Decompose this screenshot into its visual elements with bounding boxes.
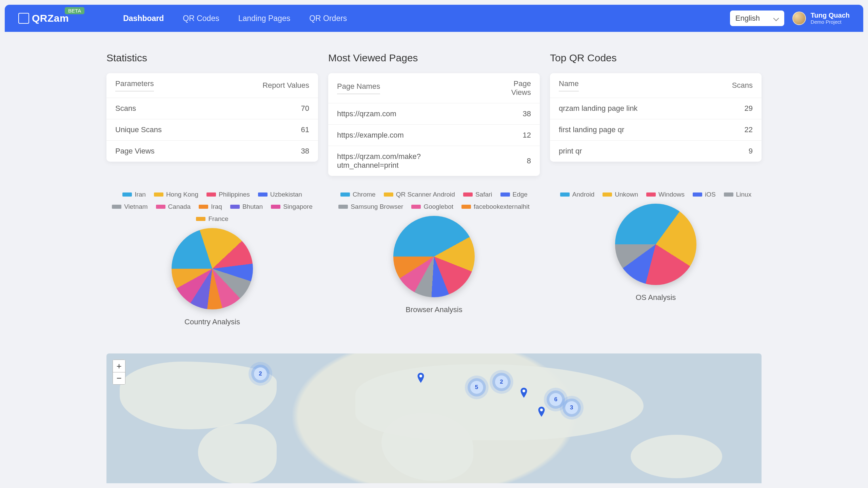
- os-chart: AndroidUnkownWindowsiOSLinux OS Analysis: [550, 191, 762, 326]
- zoom-in-button[interactable]: +: [113, 360, 125, 372]
- stats-col-value: Report Values: [212, 73, 318, 98]
- table-row: print qr9: [550, 141, 762, 162]
- map-cluster[interactable]: 2: [254, 367, 267, 380]
- legend-swatch: [560, 192, 570, 197]
- map-pin[interactable]: [417, 372, 425, 383]
- legend-item[interactable]: Singapore: [271, 203, 313, 210]
- legend-swatch: [258, 192, 268, 197]
- legend-label: facebookexternalhit: [474, 203, 530, 210]
- table-row: Scans70: [106, 98, 318, 119]
- os-legend: AndroidUnkownWindowsiOSLinux: [560, 191, 751, 198]
- legend-label: QR Scanner Android: [396, 191, 455, 198]
- legend-item[interactable]: Android: [560, 191, 595, 198]
- legend-label: Hong Kong: [166, 191, 198, 198]
- legend-swatch: [463, 192, 473, 197]
- legend-label: Unkown: [615, 191, 638, 198]
- geo-map[interactable]: + − 25263: [106, 353, 762, 483]
- nav-qr-orders[interactable]: QR Orders: [309, 14, 347, 23]
- table-row: https://example.com12: [328, 125, 540, 146]
- legend-label: Linux: [736, 191, 751, 198]
- legend-swatch: [411, 205, 421, 209]
- country-caption: Country Analysis: [184, 318, 240, 326]
- legend-item[interactable]: Philippines: [206, 191, 250, 198]
- legend-label: Android: [572, 191, 595, 198]
- legend-label: Chrome: [353, 191, 376, 198]
- top-navbar: QRZam BETA Dashboard QR Codes Landing Pa…: [5, 5, 863, 32]
- legend-item[interactable]: Canada: [156, 203, 191, 210]
- map-pin[interactable]: [520, 387, 528, 398]
- legend-item[interactable]: Chrome: [340, 191, 376, 198]
- legend-swatch: [156, 205, 165, 209]
- table-row: qrzam landing page link29: [550, 98, 762, 119]
- nav-dashboard[interactable]: Dashboard: [123, 14, 164, 23]
- legend-label: Bhutan: [242, 203, 263, 210]
- legend-item[interactable]: Vietnam: [112, 203, 147, 210]
- main-nav: Dashboard QR Codes Landing Pages QR Orde…: [123, 14, 347, 23]
- legend-swatch: [230, 205, 240, 209]
- legend-item[interactable]: Uzbekistan: [258, 191, 302, 198]
- legend-swatch: [384, 192, 393, 197]
- legend-label: Safari: [475, 191, 492, 198]
- avatar: [792, 12, 806, 25]
- user-name: Tung Quach: [811, 12, 850, 19]
- qr-col-scans: Scans: [701, 73, 762, 98]
- table-row: Unique Scans61: [106, 119, 318, 141]
- legend-item[interactable]: Bhutan: [230, 203, 263, 210]
- legend-item[interactable]: Iraq: [199, 203, 222, 210]
- brand-name: QRZam: [32, 13, 69, 24]
- nav-qr-codes[interactable]: QR Codes: [183, 14, 219, 23]
- legend-item[interactable]: Unkown: [603, 191, 638, 198]
- legend-swatch: [154, 192, 163, 197]
- legend-item[interactable]: Hong Kong: [154, 191, 198, 198]
- table-row: https://qrzam.com38: [328, 103, 540, 125]
- legend-label: Uzbekistan: [270, 191, 302, 198]
- legend-item[interactable]: Windows: [646, 191, 685, 198]
- legend-item[interactable]: facebookexternalhit: [461, 203, 530, 210]
- map-cluster[interactable]: 5: [470, 381, 483, 394]
- legend-item[interactable]: Samsung Browser: [338, 203, 403, 210]
- table-row: https://qrzam.com/make?utm_channel=print…: [328, 146, 540, 176]
- legend-swatch: [122, 192, 132, 197]
- browser-chart: ChromeQR Scanner AndroidSafariEdgeSamsun…: [328, 191, 540, 326]
- legend-label: Samsung Browser: [351, 203, 403, 210]
- browser-caption: Browser Analysis: [406, 305, 462, 314]
- country-legend: IranHong KongPhilippinesUzbekistanVietna…: [111, 191, 314, 223]
- stats-col-param: Parameters: [115, 79, 154, 92]
- legend-swatch: [461, 205, 471, 209]
- map-pin[interactable]: [538, 406, 545, 417]
- legend-item[interactable]: Edge: [500, 191, 528, 198]
- qr-logo-icon: [18, 13, 29, 24]
- language-select[interactable]: English: [730, 11, 784, 26]
- legend-label: iOS: [705, 191, 716, 198]
- legend-item[interactable]: iOS: [693, 191, 716, 198]
- browser-pie: [393, 216, 475, 297]
- user-menu[interactable]: Tung Quach Demo Project: [792, 12, 850, 25]
- legend-label: Googlebot: [423, 203, 453, 210]
- legend-label: Vietnam: [124, 203, 147, 210]
- legend-item[interactable]: Linux: [724, 191, 751, 198]
- legend-swatch: [693, 192, 702, 197]
- legend-item[interactable]: Googlebot: [411, 203, 453, 210]
- nav-landing-pages[interactable]: Landing Pages: [238, 14, 290, 23]
- legend-item[interactable]: France: [196, 215, 228, 223]
- map-cluster[interactable]: 3: [565, 401, 578, 414]
- legend-label: Iran: [135, 191, 146, 198]
- pin-icon: [538, 406, 545, 417]
- legend-item[interactable]: Iran: [122, 191, 146, 198]
- legend-swatch: [500, 192, 510, 197]
- pages-col-name: Page Names: [337, 82, 380, 94]
- language-value: English: [735, 14, 760, 23]
- legend-item[interactable]: Safari: [463, 191, 492, 198]
- zoom-out-button[interactable]: −: [113, 372, 125, 384]
- legend-item[interactable]: QR Scanner Android: [384, 191, 455, 198]
- os-pie: [615, 204, 696, 285]
- pin-icon: [520, 387, 528, 398]
- brand-logo[interactable]: QRZam BETA: [18, 13, 69, 24]
- most-viewed-title: Most Viewed Pages: [328, 52, 540, 64]
- map-cluster[interactable]: 2: [495, 375, 508, 388]
- map-cluster[interactable]: 6: [549, 393, 562, 406]
- chevron-down-icon: [773, 16, 779, 21]
- os-caption: OS Analysis: [636, 293, 676, 302]
- legend-swatch: [646, 192, 656, 197]
- top-qr-title: Top QR Codes: [550, 52, 762, 64]
